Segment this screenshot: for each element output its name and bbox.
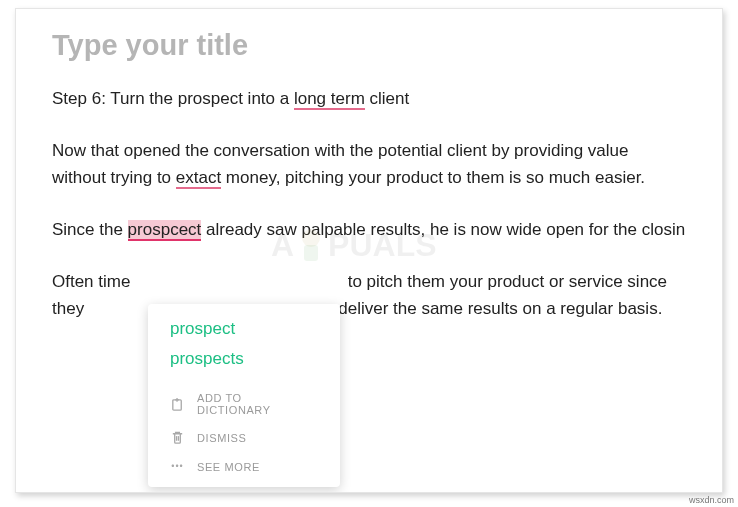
action-label: ADD TO DICTIONARY — [197, 392, 318, 416]
paragraph-2[interactable]: Now that opened the conversation with th… — [52, 138, 686, 191]
paragraph-1[interactable]: Step 6: Turn the prospect into a long te… — [52, 86, 686, 112]
editor-document: A PUALS Type your title Step 6: Turn the… — [15, 8, 723, 493]
text: money, pitching your product to them is … — [221, 168, 645, 187]
text: client — [365, 89, 409, 108]
suggestion-prospects[interactable]: prospects — [148, 344, 340, 374]
add-to-dictionary-icon — [170, 397, 185, 412]
title-placeholder[interactable]: Type your title — [52, 29, 686, 62]
action-label: DISMISS — [197, 432, 246, 444]
dismiss-button[interactable]: DISMISS — [148, 423, 340, 452]
paragraph-3[interactable]: Since the prospcect already saw palpable… — [52, 217, 686, 243]
spelling-error-prospcect[interactable]: prospcect — [128, 220, 202, 241]
action-label: SEE MORE — [197, 461, 260, 473]
text: already saw palpable results, he is now … — [201, 220, 685, 239]
more-icon: ••• — [170, 459, 185, 474]
see-more-button[interactable]: ••• SEE MORE — [148, 452, 340, 481]
divider — [148, 380, 340, 381]
suggestion-popup: prospect prospects ADD TO DICTIONARY DIS… — [148, 304, 340, 487]
spelling-error-extact[interactable]: extact — [176, 168, 221, 189]
suggestion-prospect[interactable]: prospect — [148, 314, 340, 344]
attribution: wsxdn.com — [689, 495, 734, 505]
trash-icon — [170, 430, 185, 445]
add-to-dictionary-button[interactable]: ADD TO DICTIONARY — [148, 385, 340, 423]
text: Step 6: Turn the prospect into a — [52, 89, 294, 108]
grammar-error-long-term[interactable]: long term — [294, 89, 365, 110]
text: Since the — [52, 220, 128, 239]
